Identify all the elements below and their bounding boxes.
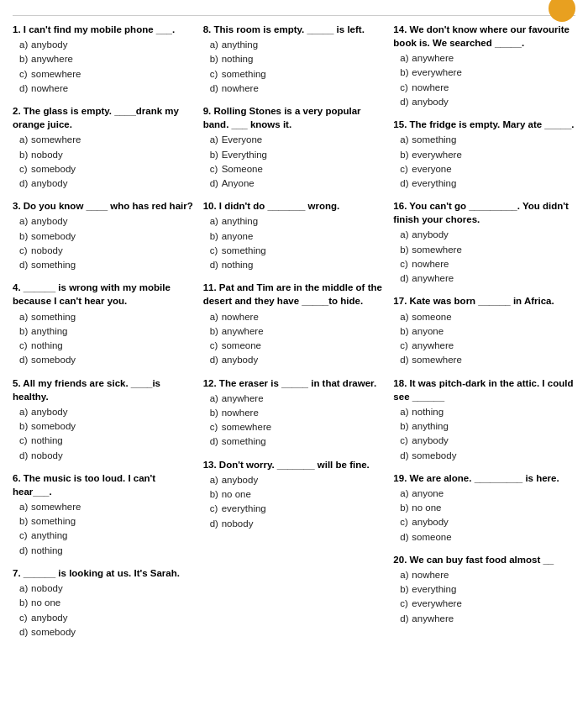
option-item[interactable]: c)nowhere	[400, 257, 575, 271]
option-item[interactable]: a)nowhere	[210, 310, 386, 324]
option-item[interactable]: a)anything	[210, 38, 386, 52]
option-item[interactable]: a)anybody	[400, 228, 575, 242]
option-item[interactable]: c)anybody	[19, 611, 195, 625]
option-item[interactable]: b)everywhere	[400, 66, 575, 80]
option-item[interactable]: c)anywhere	[400, 339, 575, 353]
option-letter: a)	[19, 405, 31, 419]
option-item[interactable]: d)something	[210, 434, 386, 449]
option-item[interactable]: b)everything	[400, 582, 575, 597]
option-text: somewhere	[31, 502, 81, 512]
option-item[interactable]: a)anybody	[19, 38, 195, 52]
option-item[interactable]: c)Someone	[210, 162, 386, 176]
option-item[interactable]: b)everywhere	[400, 148, 575, 162]
option-text: anything	[412, 421, 448, 431]
option-item[interactable]: d)everything	[400, 176, 575, 191]
option-item[interactable]: d)anywhere	[400, 271, 575, 286]
option-letter: a)	[400, 405, 412, 419]
option-letter: c)	[400, 162, 412, 176]
option-item[interactable]: d)nowhere	[19, 82, 195, 96]
option-item[interactable]: c)somebody	[19, 162, 195, 176]
option-item[interactable]: b)no one	[210, 487, 386, 502]
option-item[interactable]: a)anywhere	[400, 51, 575, 66]
option-item[interactable]: b)anything	[400, 419, 575, 434]
option-item[interactable]: c)someone	[210, 339, 386, 353]
option-item[interactable]: c)somewhere	[210, 420, 386, 434]
option-item[interactable]: d)nowhere	[210, 82, 386, 96]
option-letter: d)	[19, 258, 31, 272]
option-item[interactable]: c)anybody	[400, 515, 575, 529]
option-item[interactable]: a)somewhere	[19, 500, 195, 514]
option-item[interactable]: b)anyone	[210, 229, 386, 244]
option-item[interactable]: b)anyone	[400, 324, 575, 339]
option-item[interactable]: c)everything	[210, 502, 386, 516]
option-item[interactable]: a)anything	[210, 214, 386, 229]
option-item[interactable]: d)nobody	[210, 517, 386, 531]
option-item[interactable]: c)somewhere	[19, 67, 195, 82]
option-item[interactable]: b)something	[19, 514, 195, 529]
option-text: everyone	[412, 164, 451, 174]
option-text: something	[412, 134, 456, 145]
option-letter: d)	[19, 176, 31, 191]
option-item[interactable]: c)nowhere	[400, 81, 575, 95]
option-item[interactable]: a)anybody	[210, 473, 386, 487]
option-item[interactable]: d)anybody	[210, 353, 386, 367]
option-item[interactable]: d)anywhere	[400, 612, 575, 626]
option-item[interactable]: a)anywhere	[210, 392, 386, 406]
questions-grid: 1. I can't find my mobile phone ___.a)an…	[13, 23, 575, 648]
option-item[interactable]: d)somewhere	[400, 353, 575, 367]
option-item[interactable]: c)everywhere	[400, 597, 575, 611]
option-item[interactable]: b)somebody	[19, 419, 195, 434]
option-item[interactable]: d)nothing	[210, 258, 386, 272]
option-letter: c)	[210, 420, 222, 434]
option-item[interactable]: d)someone	[400, 530, 575, 545]
option-item[interactable]: d)nothing	[19, 544, 195, 558]
option-item[interactable]: a)Everyone	[210, 133, 386, 147]
option-item[interactable]: b)somewhere	[400, 243, 575, 257]
option-item[interactable]: b)anywhere	[210, 324, 386, 339]
option-item[interactable]: a)somewhere	[19, 133, 195, 147]
option-item[interactable]: b)nobody	[19, 148, 195, 162]
option-item[interactable]: a)nowhere	[400, 568, 575, 582]
option-item[interactable]: c)anybody	[400, 434, 575, 448]
option-item[interactable]: d)somebody	[19, 353, 195, 367]
option-item[interactable]: a)nobody	[19, 582, 195, 596]
option-item[interactable]: d)anybody	[400, 95, 575, 109]
option-item[interactable]: b)nowhere	[210, 406, 386, 420]
option-item[interactable]: b)no one	[19, 596, 195, 610]
option-item[interactable]: a)something	[19, 310, 195, 324]
option-item[interactable]: d)somebody	[19, 625, 195, 639]
option-item[interactable]: d)anybody	[19, 176, 195, 191]
option-item[interactable]: a)nothing	[400, 405, 575, 419]
option-item[interactable]: b)nothing	[210, 52, 386, 66]
option-letter: b)	[210, 324, 222, 339]
option-item[interactable]: b)somebody	[19, 229, 195, 244]
option-item[interactable]: a)anyone	[400, 487, 575, 501]
option-item[interactable]: b)no one	[400, 501, 575, 515]
option-letter: c)	[210, 502, 222, 516]
option-item[interactable]: b)anything	[19, 324, 195, 339]
option-text: nothing	[31, 435, 63, 445]
option-item[interactable]: a)someone	[400, 310, 575, 324]
option-text: somebody	[31, 231, 76, 241]
option-letter: a)	[19, 500, 31, 514]
option-item[interactable]: b)Everything	[210, 148, 386, 162]
option-item[interactable]: c)nothing	[19, 434, 195, 448]
option-item[interactable]: d)Anyone	[210, 176, 386, 191]
option-item[interactable]: d)something	[19, 258, 195, 272]
option-item[interactable]: c)everyone	[400, 162, 575, 176]
option-text: nowhere	[222, 83, 259, 93]
question-item: 3. Do you know ____ who has red hair?a)a…	[13, 199, 195, 272]
option-item[interactable]: c)anything	[19, 529, 195, 543]
option-item[interactable]: c)nothing	[19, 339, 195, 353]
option-text: somebody	[31, 164, 76, 174]
option-item[interactable]: c)nobody	[19, 244, 195, 258]
option-item[interactable]: a)anybody	[19, 405, 195, 419]
option-item[interactable]: a)anybody	[19, 214, 195, 229]
option-item[interactable]: d)nobody	[19, 449, 195, 463]
option-item[interactable]: c)something	[210, 67, 386, 82]
option-letter: c)	[400, 339, 412, 353]
option-item[interactable]: a)something	[400, 133, 575, 147]
option-item[interactable]: d)somebody	[400, 449, 575, 463]
option-item[interactable]: c)something	[210, 244, 386, 258]
option-item[interactable]: b)anywhere	[19, 52, 195, 66]
